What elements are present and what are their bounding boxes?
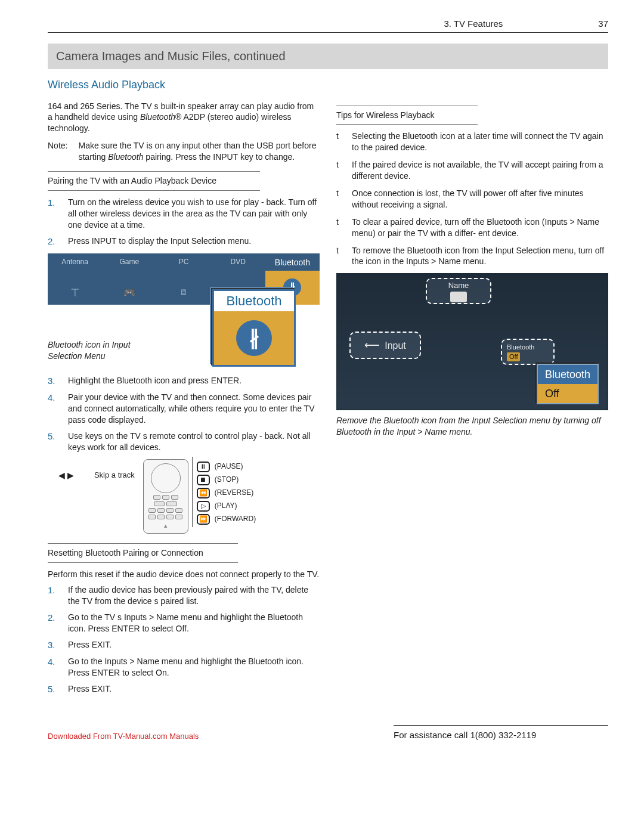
- tip-text: To clear a paired device, turn off the B…: [352, 216, 608, 239]
- note-body-em: Bluetooth: [108, 152, 143, 162]
- step-text: Pair your device with the TV and then co…: [68, 392, 320, 426]
- legend-play: ▷(PLAY): [197, 501, 256, 512]
- input-cell-pc: PC: [156, 253, 210, 305]
- step-item: 2.Go to the TV s Inputs > Name menu and …: [48, 612, 320, 634]
- tip-item: tTo remove the Bluetooth icon from the I…: [336, 245, 608, 268]
- right-column: Tips for Wireless Playback tSelecting th…: [336, 101, 608, 702]
- step-text: Press EXIT.: [68, 683, 112, 695]
- legend-text: (PLAY): [215, 501, 237, 510]
- bluetooth-off-popup: Bluetooth Off: [537, 364, 599, 405]
- play-icon: ▷: [197, 501, 210, 512]
- bullet-icon: t: [336, 159, 343, 182]
- step-item: 4.Go to the Inputs > Name menu and highl…: [48, 656, 320, 679]
- step-item: 3.Press EXIT.: [48, 639, 320, 651]
- legend-text: (FORWARD): [215, 514, 256, 524]
- step-text: Turn on the wireless device you wish to …: [68, 197, 320, 231]
- step-text: Use keys on the TV s remote control to c…: [68, 431, 320, 453]
- figure-bluetooth-off: Name ⟵ Input Bluetooth Off Bluetooth Off: [336, 273, 608, 410]
- popup-state: Off: [538, 384, 597, 403]
- note-body: Make sure the TV is on any input other t…: [78, 140, 320, 163]
- step-text: If the audio device has been previously …: [68, 584, 320, 607]
- input-label: Game: [119, 257, 139, 267]
- tip-item: tTo clear a paired device, turn off the …: [336, 216, 608, 239]
- step-text: Highlight the Bluetooth icon and press E…: [68, 375, 242, 387]
- steps-reset: 1.If the audio device has been previousl…: [48, 584, 320, 695]
- step-item: 1.If the audio device has been previousl…: [48, 584, 320, 607]
- note-body-post: key to change.: [238, 152, 295, 162]
- sub-heading-pairing: Pairing the TV with an Audio Playback De…: [48, 171, 260, 191]
- step-number: 2.: [48, 236, 60, 247]
- tip-text: If the paired device is not available, t…: [352, 159, 608, 182]
- legend-forward: ⏩(FORWARD): [197, 514, 256, 525]
- page-title: Camera Images and Music Files, continued: [48, 44, 608, 69]
- tip-text: Once connection is lost, the TV will pow…: [352, 188, 608, 210]
- note-label: Note:: [48, 140, 67, 163]
- legend-text: (REVERSE): [215, 488, 253, 497]
- bullet-icon: t: [336, 245, 343, 268]
- step-number: 3.: [48, 639, 60, 651]
- page-footer: Downloaded From TV-Manual.com Manuals Fo…: [48, 725, 608, 741]
- sub-heading-tips: Tips for Wireless Playback: [336, 106, 478, 125]
- step-text: Press EXIT.: [68, 639, 112, 651]
- callout-name-label: Name: [448, 280, 469, 291]
- arrow-left-icon: ⟵: [364, 338, 380, 352]
- steps-pairing-cont: 3.Highlight the Bluetooth icon and press…: [48, 375, 320, 453]
- figure-caption-right: Remove the Bluetooth icon from the Input…: [336, 415, 608, 438]
- step-number: 4.: [48, 392, 60, 426]
- monitor-icon: [179, 281, 188, 305]
- tag-icon: [450, 292, 467, 302]
- reset-intro: Perform this reset if the audio device d…: [48, 569, 320, 580]
- section-heading: Wireless Audio Playback: [48, 78, 608, 92]
- tip-text: To remove the Bluetooth icon from the In…: [352, 245, 608, 268]
- note-key: INPUT: [213, 152, 238, 162]
- callout-input: ⟵ Input: [349, 332, 421, 359]
- page-header: 3. TV Features 37: [48, 18, 608, 33]
- legend-pause: ⏸(PAUSE): [197, 462, 256, 472]
- popup-title: Bluetooth: [538, 365, 597, 384]
- chapter-label: 3. TV Features: [444, 18, 503, 30]
- tip-item: tSelecting the Bluetooth icon at a later…: [336, 131, 608, 153]
- step-text: Go to the Inputs > Name menu and highlig…: [68, 656, 320, 679]
- stop-icon: ⏹: [197, 475, 210, 485]
- callout-name: Name: [426, 278, 491, 304]
- intro-paragraph: 164 and 265 Series. The TV s built-in sp…: [48, 101, 320, 135]
- tip-item: tIf the paired device is not available, …: [336, 159, 608, 182]
- input-label: PC: [179, 257, 189, 267]
- callout-bluetooth: Bluetooth Off: [501, 339, 555, 365]
- figure-remote: ◀ ▶ Skip a track ▲ ⏸(PAUSE) ⏹(STOP) ⏪(RE…: [58, 459, 320, 534]
- input-label: DVD: [231, 257, 246, 267]
- bullet-icon: t: [336, 216, 343, 239]
- download-source: Downloaded From TV-Manual.com Manuals: [48, 731, 199, 742]
- remote-legend: ⏸(PAUSE) ⏹(STOP) ⏪(REVERSE) ▷(PLAY) ⏩(FO…: [197, 459, 256, 525]
- callout-bt-state: Off: [507, 352, 520, 361]
- remote-skip-label: ◀ ▶: [58, 459, 78, 481]
- steps-pairing: 1.Turn on the wireless device you wish t…: [48, 197, 320, 247]
- step-item: 5.Use keys on the TV s remote control to…: [48, 431, 320, 453]
- figure-input-selection: Antenna Game PC DVD Bluetooth: [48, 253, 320, 367]
- input-cell-game: Game: [102, 253, 156, 305]
- arrow-left-right-icon: ◀ ▶: [58, 470, 74, 481]
- step-text: Press INPUT to display the Input Selecti…: [68, 236, 251, 247]
- remote-logo-icon: ▲: [163, 522, 168, 529]
- dpad-icon: [151, 463, 181, 493]
- antenna-icon: [70, 281, 80, 305]
- left-column: 164 and 265 Series. The TV s built-in sp…: [48, 101, 320, 702]
- input-label: Bluetooth: [275, 257, 310, 268]
- page-number: 37: [598, 18, 608, 30]
- intro-em: Bluetooth: [140, 112, 175, 122]
- tips-list: tSelecting the Bluetooth icon at a later…: [336, 131, 608, 267]
- step-text: Go to the TV s Inputs > Name menu and hi…: [68, 612, 320, 634]
- assistance-phone: For assistance call 1(800) 332-2119: [394, 725, 608, 741]
- step-number: 1.: [48, 584, 60, 607]
- bluetooth-popup: Bluetooth ∦: [212, 289, 296, 367]
- skip-track-label: Skip a track: [94, 470, 135, 481]
- popup-title: Bluetooth: [214, 291, 294, 311]
- bluetooth-icon: ∦: [236, 320, 272, 356]
- step-item: 4.Pair your device with the TV and then …: [48, 392, 320, 426]
- step-item: 1.Turn on the wireless device you wish t…: [48, 197, 320, 231]
- reverse-icon: ⏪: [197, 488, 210, 498]
- pause-icon: ⏸: [197, 462, 210, 472]
- sub-heading-resetting: Resetting Bluetooth Pairing or Connectio…: [48, 543, 238, 563]
- tip-text: Selecting the Bluetooth icon at a later …: [352, 131, 608, 153]
- note-body-mid: pairing. Press the: [143, 152, 213, 162]
